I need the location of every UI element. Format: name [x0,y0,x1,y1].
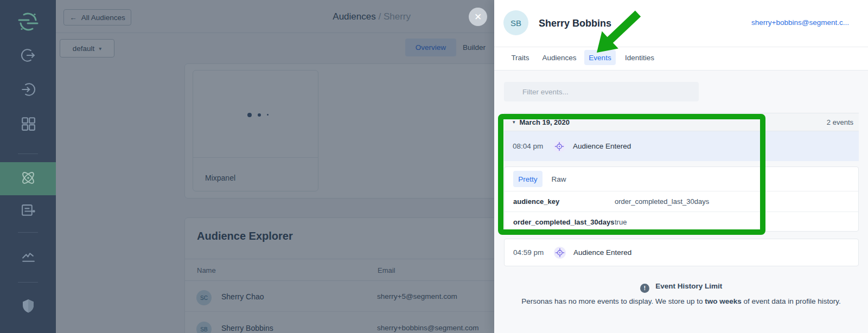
filter-events-input[interactable] [504,82,699,101]
sidebar-item-sources[interactable] [0,41,56,72]
tab-audiences[interactable]: Audiences [540,50,578,65]
history-limit-title: Event History Limit [655,282,722,290]
property-key: audience_key [513,197,559,206]
sidebar [0,0,56,333]
event-group-header[interactable]: ▾ March 19, 2020 2 events [504,113,859,131]
history-limit-message: Personas has no more events to display. … [494,297,868,305]
audience-event-icon [553,140,565,152]
property-value: order_completed_last_30days [615,197,709,206]
event-row[interactable]: 08:04 pm Audience Entered [504,131,859,161]
view-tab-pretty[interactable]: Pretty [513,171,542,187]
event-name: Audience Entered [573,248,631,257]
view-tab-raw[interactable]: Raw [549,171,569,187]
view-tab-label: Pretty [518,175,537,183]
sidebar-item-destinations[interactable] [0,75,56,106]
profile-panel: SB Sherry Bobbins sherry+bobbins@segment… [494,0,868,333]
property-value: true [615,218,627,226]
sidebar-item-catalog[interactable] [0,110,56,140]
sidebar-item-personas[interactable] [0,162,56,195]
events-section: ▾ March 19, 2020 2 events 08:04 pm [494,71,868,333]
privacy-shield-icon [21,298,35,316]
journeys-icon [21,203,36,220]
event-time: 04:59 pm [513,248,547,257]
alert-icon: ! [640,284,649,293]
profile-avatar: SB [503,10,528,35]
sidebar-divider [18,153,38,154]
sources-icon [21,48,36,65]
view-tab-label: Raw [551,175,566,183]
property-key: order_completed_last_30days [513,218,614,226]
sidebar-item-analytics[interactable] [0,243,56,273]
sidebar-item-journeys[interactable] [0,196,56,227]
detail-divider [505,212,858,212]
event-time: 08:04 pm [513,142,546,150]
tab-label: Audiences [542,54,576,62]
tab-label: Identities [625,54,654,62]
audience-event-icon [554,247,566,259]
catalog-icon [21,116,36,133]
event-row[interactable]: 04:59 pm Audience Entered [504,239,859,266]
analytics-chart-icon [21,249,36,267]
detail-divider [505,191,858,191]
sidebar-item-privacy[interactable] [0,292,56,322]
collapse-caret-icon: ▾ [513,119,515,125]
close-button[interactable]: ✕ [469,8,487,26]
event-name: Audience Entered [573,142,631,150]
sidebar-divider [18,282,38,283]
tab-events[interactable]: Events [584,50,616,65]
tab-identities[interactable]: Identities [622,50,658,65]
close-icon: ✕ [474,11,482,23]
event-group-date: March 19, 2020 [520,118,570,126]
destinations-icon [21,82,36,99]
segment-logo[interactable] [0,7,56,37]
tab-traits[interactable]: Traits [508,50,533,65]
tab-label: Traits [511,54,529,62]
panel-divider [494,47,868,47]
event-history-limit: ! Event History Limit Personas has no mo… [494,281,868,305]
profile-name: Sherry Bobbins [539,18,611,29]
sidebar-divider [18,232,38,233]
personas-atom-icon [20,170,36,188]
tab-label: Events [589,54,611,62]
modal-overlay[interactable] [56,0,494,333]
app-window: ← All Audiences Audiences / Sherry defau… [0,0,868,333]
profile-email-link[interactable]: sherry+bobbins@segment.c... [751,18,849,27]
event-detail-card: Pretty Raw audience_key order_completed_… [504,166,859,232]
event-group-count: 2 events [827,118,853,126]
